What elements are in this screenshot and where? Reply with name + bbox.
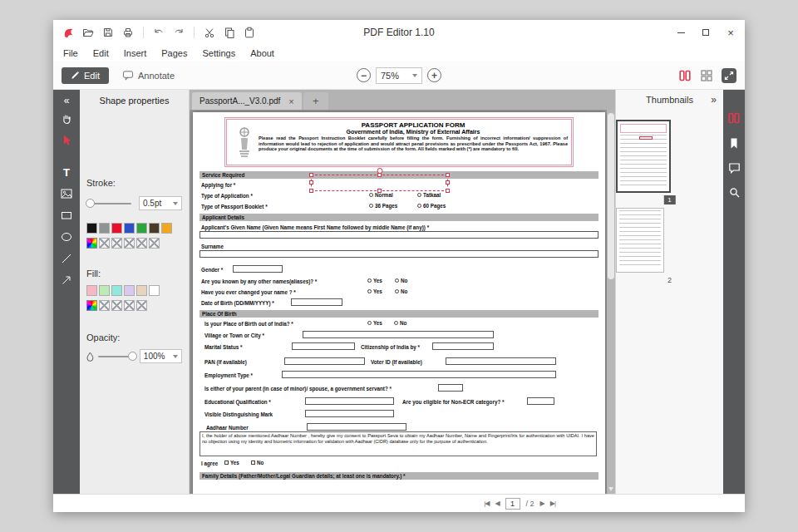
minimize-button[interactable] — [675, 27, 687, 38]
document-tab[interactable]: PassportA..._V3.0.pdf × — [192, 92, 302, 110]
redo-icon[interactable] — [172, 26, 185, 39]
form-field[interactable] — [282, 371, 556, 378]
edit-mode-button[interactable]: Edit — [62, 67, 109, 84]
zoom-level-select[interactable]: 75% — [376, 67, 422, 84]
stroke-color-swatch[interactable] — [111, 223, 122, 234]
form-radio[interactable]: No — [395, 288, 407, 294]
radio-box-icon[interactable] — [394, 321, 398, 325]
copy-icon[interactable] — [223, 26, 236, 39]
scroll-down-arrow[interactable] — [608, 487, 613, 491]
search-icon[interactable] — [728, 186, 741, 199]
print-icon[interactable] — [121, 26, 135, 39]
stroke-color-swatch[interactable] — [161, 223, 172, 234]
stroke-empty-swatch[interactable] — [149, 238, 160, 249]
new-tab-button[interactable]: + — [303, 92, 328, 110]
form-field[interactable] — [438, 384, 463, 392]
maximize-button[interactable] — [700, 27, 712, 38]
thumbnail-image[interactable] — [616, 208, 664, 273]
stroke-width-select[interactable]: 0.5pt — [139, 196, 182, 210]
annotate-mode-button[interactable]: Annotate — [114, 66, 183, 84]
radio-box-icon[interactable] — [367, 278, 372, 283]
fill-empty-swatch[interactable] — [99, 300, 110, 311]
form-field[interactable] — [446, 357, 556, 365]
thumbnails-view-icon[interactable] — [727, 111, 741, 125]
radio-box-icon[interactable] — [417, 204, 421, 208]
radio-box-icon[interactable] — [395, 289, 399, 293]
vertical-scrollbar[interactable] — [607, 110, 615, 494]
collapse-panel-icon[interactable]: « — [64, 93, 70, 108]
radio-box-icon[interactable] — [369, 204, 373, 208]
stroke-empty-swatch[interactable] — [136, 238, 147, 249]
fullscreen-icon[interactable] — [722, 68, 736, 83]
cut-icon[interactable] — [203, 26, 216, 39]
form-field[interactable] — [291, 298, 342, 306]
open-file-icon[interactable] — [81, 26, 95, 39]
form-radio[interactable]: 36 Pages — [369, 203, 397, 209]
scrollbar-thumb[interactable] — [608, 113, 614, 279]
form-field[interactable] — [200, 250, 598, 258]
stroke-color-swatch[interactable] — [99, 223, 110, 234]
save-icon[interactable] — [101, 26, 115, 39]
radio-box-icon[interactable] — [395, 278, 399, 283]
form-field[interactable] — [432, 342, 494, 350]
fill-empty-swatch[interactable] — [111, 300, 122, 311]
undo-icon[interactable] — [152, 26, 165, 39]
stroke-color-swatch[interactable] — [136, 223, 147, 234]
form-field[interactable] — [292, 342, 355, 350]
hand-tool[interactable] — [55, 108, 78, 130]
radio-box-icon[interactable] — [367, 289, 372, 293]
fill-color-swatch[interactable] — [111, 285, 122, 296]
fill-custom-color-swatch[interactable] — [86, 300, 97, 311]
stroke-color-swatch[interactable] — [149, 223, 160, 234]
image-tool[interactable] — [55, 183, 78, 204]
bookmarks-icon[interactable] — [728, 137, 740, 150]
selection-handle[interactable] — [446, 173, 450, 177]
facing-pages-icon[interactable] — [678, 69, 692, 82]
selection-handle[interactable] — [446, 180, 450, 185]
menu-pages[interactable]: Pages — [161, 48, 187, 58]
selection-handle[interactable] — [377, 189, 382, 193]
prev-page-button[interactable]: ◀ — [495, 500, 499, 507]
form-radio[interactable]: No — [394, 320, 406, 326]
comments-icon[interactable] — [728, 162, 741, 174]
menu-settings[interactable]: Settings — [202, 48, 235, 58]
fill-color-swatch[interactable] — [86, 285, 97, 296]
selected-annotation[interactable] — [311, 175, 448, 191]
ellipse-tool[interactable] — [55, 226, 78, 248]
radio-box-icon[interactable] — [369, 193, 373, 197]
arrow-tool[interactable] — [55, 269, 78, 291]
text-tool[interactable]: T — [55, 161, 78, 183]
first-page-button[interactable]: |◀ — [484, 500, 489, 507]
page-number-input[interactable]: 1 — [505, 498, 520, 510]
radio-box-icon[interactable] — [367, 321, 372, 325]
stroke-width-slider[interactable] — [86, 203, 131, 204]
rectangle-tool[interactable] — [55, 204, 78, 226]
menu-insert[interactable]: Insert — [124, 48, 147, 58]
tab-close-icon[interactable]: × — [288, 96, 293, 106]
stroke-custom-color-swatch[interactable] — [86, 238, 97, 249]
menu-file[interactable]: File — [63, 48, 78, 58]
form-radio[interactable]: 60 Pages — [417, 203, 446, 209]
radio-box-icon[interactable] — [417, 193, 421, 197]
form-radio[interactable]: Yes — [367, 288, 382, 294]
slider-thumb[interactable] — [128, 352, 137, 361]
zoom-out-button[interactable]: − — [357, 68, 371, 82]
selection-handle[interactable] — [377, 173, 382, 177]
stroke-empty-swatch[interactable] — [124, 238, 135, 249]
stroke-color-swatch[interactable] — [86, 223, 97, 234]
opacity-slider[interactable] — [98, 356, 135, 357]
last-page-button[interactable]: ▶| — [550, 500, 555, 507]
pdf-page[interactable]: PASSPORT APPLICATION FORM Government of … — [193, 112, 605, 494]
line-tool[interactable] — [55, 248, 78, 269]
form-field[interactable] — [305, 410, 394, 417]
slider-thumb[interactable] — [86, 199, 95, 208]
zoom-in-button[interactable]: + — [427, 68, 441, 82]
form-field[interactable] — [307, 423, 406, 431]
stroke-empty-swatch[interactable] — [111, 238, 122, 249]
selection-handle[interactable] — [309, 180, 313, 185]
fill-empty-swatch[interactable] — [136, 300, 147, 311]
selection-handle[interactable] — [309, 189, 313, 193]
select-tool[interactable] — [55, 130, 78, 151]
check-box-icon[interactable] — [224, 461, 229, 465]
form-radio[interactable]: Tatkaal — [417, 192, 441, 198]
